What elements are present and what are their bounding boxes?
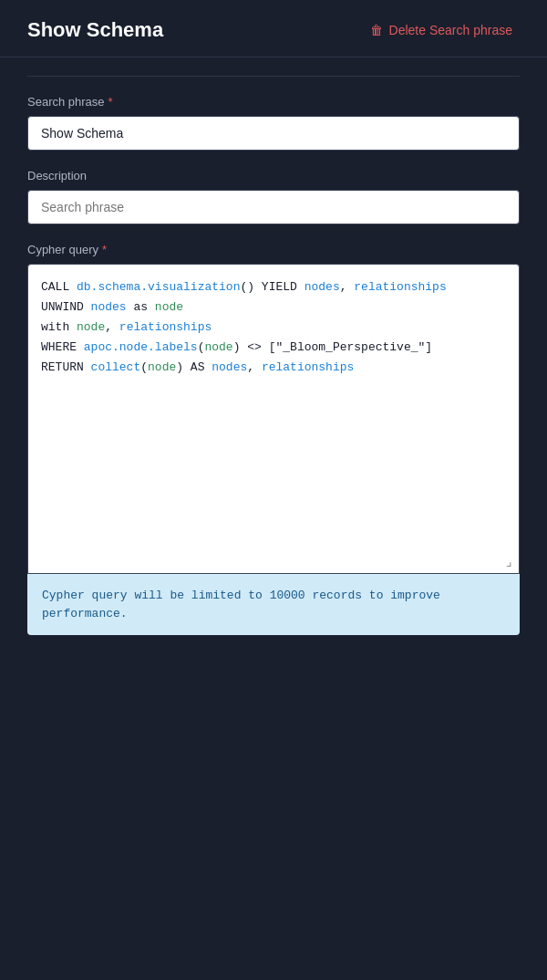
cypher-editor[interactable]: CALL db.schema.visualization() YIELD nod… [27, 264, 520, 574]
description-input[interactable] [27, 190, 520, 224]
delete-search-phrase-button[interactable]: 🗑 Delete Search phrase [362, 19, 520, 41]
cypher-line: WHERE apoc.node.labels(node) <> ["_Bloom… [41, 338, 506, 358]
trash-icon: 🗑 [369, 23, 384, 37]
form-content: Search phrase * Description Cypher query… [0, 57, 547, 672]
cypher-line: with node, relationships [41, 318, 506, 338]
cypher-line: RETURN collect(node) AS nodes, relations… [41, 358, 506, 378]
page-title: Show Schema [27, 18, 163, 42]
cypher-editor-wrapper: CALL db.schema.visualization() YIELD nod… [27, 264, 520, 574]
cypher-line: UNWIND nodes as node [41, 297, 506, 318]
required-star-cypher: * [102, 243, 107, 256]
delete-button-label: Delete Search phrase [389, 23, 512, 37]
header-divider [27, 76, 520, 77]
required-star-search-phrase: * [108, 95, 113, 109]
search-phrase-field-group: Search phrase * [27, 95, 520, 151]
cypher-line: CALL db.schema.visualization() YIELD nod… [41, 277, 506, 297]
description-field-group: Description [27, 169, 520, 224]
search-phrase-label: Search phrase * [27, 95, 520, 109]
cypher-info-message: Cypher query will be limited to 10000 re… [42, 589, 440, 620]
cypher-query-field-group: Cypher query * CALL db.schema.visualizat… [27, 243, 520, 635]
cypher-info-box: Cypher query will be limited to 10000 re… [27, 574, 520, 635]
description-label: Description [27, 169, 520, 182]
search-phrase-input[interactable] [27, 116, 520, 151]
page-header: Show Schema 🗑 Delete Search phrase [0, 0, 547, 57]
cypher-query-label: Cypher query * [27, 243, 520, 256]
